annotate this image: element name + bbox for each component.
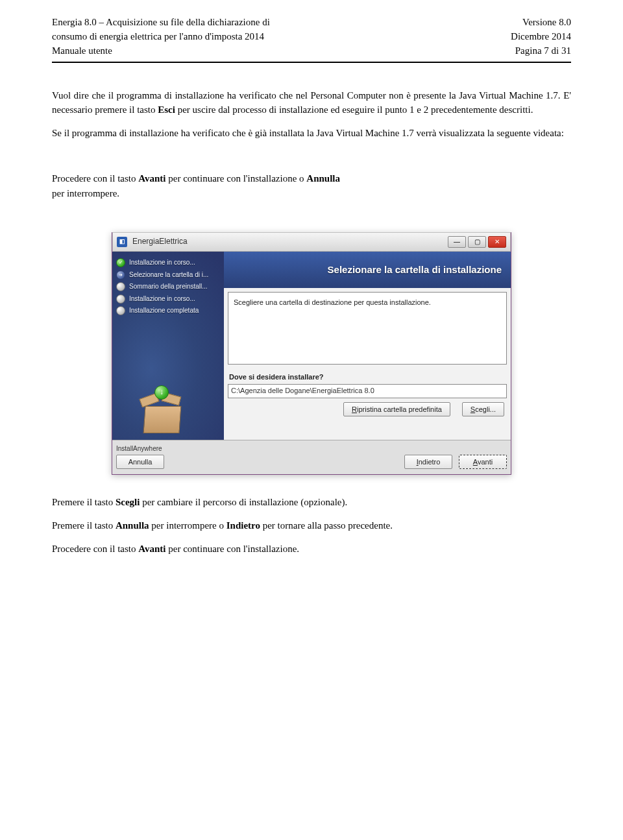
text: Procedere con il tasto xyxy=(52,173,138,184)
step-item: Installazione completata xyxy=(116,306,220,316)
step-item: Installazione in corso... xyxy=(116,258,220,268)
bold-annulla: Annulla xyxy=(306,173,340,184)
bold-scegli: Scegli xyxy=(116,497,140,507)
header-title-line1: Energia 8.0 – Acquisizione su file della… xyxy=(52,16,270,30)
app-icon: ◧ xyxy=(117,237,127,247)
step-label: Sommario della preinstall... xyxy=(129,282,208,292)
window-title: EnergiaElettrica xyxy=(132,236,188,247)
bold-annulla: Annulla xyxy=(116,520,149,531)
step-item: Installazione in corso... xyxy=(116,294,220,304)
choose-button[interactable]: Scegli... xyxy=(462,402,504,416)
text: per continuare con l'installazione. xyxy=(166,544,300,554)
restore-default-button[interactable]: Ripristina cartella predefinita xyxy=(343,402,450,416)
close-button[interactable]: ✕ xyxy=(488,236,506,248)
step-idle-icon xyxy=(116,294,125,304)
text: per interrompere o xyxy=(149,520,226,531)
text: per tornare alla passo precedente. xyxy=(260,520,393,531)
header-date: Dicembre 2014 xyxy=(511,30,571,44)
document-header: Energia 8.0 – Acquisizione su file della… xyxy=(52,16,571,58)
minimize-button[interactable]: — xyxy=(448,236,466,248)
cancel-button[interactable]: Annulla xyxy=(116,455,164,469)
header-version: Versione 8.0 xyxy=(511,16,571,30)
description-text: Scegliere una cartella di destinazione p… xyxy=(234,298,431,306)
description-panel: Scegliere una cartella di destinazione p… xyxy=(228,292,507,365)
text: per cambiare il percorso di installazion… xyxy=(140,497,347,507)
bold-avanti: Avanti xyxy=(138,544,165,554)
body-paragraphs-3: Premere il tasto Scegli per cambiare il … xyxy=(52,496,571,556)
paragraph-5: Premere il tasto Scegli per cambiare il … xyxy=(52,496,571,510)
paragraph-3: Procedere con il tasto Avanti per contin… xyxy=(52,172,571,186)
installer-window: ◧ EnergiaElettrica — ▢ ✕ Installazione i… xyxy=(112,232,511,475)
body-paragraphs-2: Procedere con il tasto Avanti per contin… xyxy=(52,172,571,202)
back-button[interactable]: Indietro xyxy=(404,455,452,469)
step-label: Installazione completata xyxy=(129,306,199,316)
paragraph-7: Procedere con il tasto Avanti per contin… xyxy=(52,542,571,557)
text: Premere il tasto xyxy=(52,497,116,507)
bold-indietro: Indietro xyxy=(226,520,260,531)
step-item: Selezionare la cartella di i... xyxy=(116,270,220,280)
paragraph-1: Vuol dire che il programma di installazi… xyxy=(52,89,571,117)
step-list: Installazione in corso... Selezionare la… xyxy=(112,252,224,322)
header-divider xyxy=(52,62,571,63)
paragraph-4: per interrompere. xyxy=(52,187,571,201)
installer-sidebar: Installazione in corso... Selezionare la… xyxy=(112,252,224,440)
step-idle-icon xyxy=(116,306,125,315)
maximize-button[interactable]: ▢ xyxy=(468,236,486,248)
text: per uscire dal processo di installazione… xyxy=(175,104,533,115)
text: Procedere con il tasto xyxy=(52,544,138,554)
step-label: Installazione in corso... xyxy=(129,258,195,268)
body-paragraphs-1: Vuol dire che il programma di installazi… xyxy=(52,89,571,140)
header-page: Pagina 7 di 31 xyxy=(511,44,571,58)
paragraph-6: Premere il tasto Annulla per interromper… xyxy=(52,519,571,533)
titlebar: ◧ EnergiaElettrica — ▢ ✕ xyxy=(112,232,511,252)
bold-esci: Esci xyxy=(158,104,175,115)
path-label: Dove si desidera installare? xyxy=(229,372,507,383)
package-icon: ↓ xyxy=(141,394,187,433)
banner: Selezionare la cartella di installazione xyxy=(224,252,511,288)
installanywhere-label: InstallAnywhere xyxy=(116,444,507,454)
step-label: Selezionare la cartella di i... xyxy=(129,270,208,280)
bold-avanti: Avanti xyxy=(138,173,165,184)
step-label: Installazione in corso... xyxy=(129,294,195,304)
header-title-line2: consumo di energia elettrica per l'anno … xyxy=(52,30,270,44)
banner-title: Selezionare la cartella di installazione xyxy=(328,263,502,277)
text: Premere il tasto xyxy=(52,520,116,531)
step-active-icon xyxy=(116,270,125,280)
paragraph-2: Se il programma di installazione ha veri… xyxy=(52,126,571,141)
step-item: Sommario della preinstall... xyxy=(116,282,220,292)
next-button[interactable]: Avanti xyxy=(459,455,507,469)
installer-footer: InstallAnywhere Annulla Indietro Avanti xyxy=(112,440,511,475)
text: per continuare con l'installazione o xyxy=(166,173,307,184)
step-done-icon xyxy=(116,258,125,267)
install-path-input[interactable]: C:\Agenzia delle Dogane\EnergiaElettrica… xyxy=(228,384,507,398)
step-idle-icon xyxy=(116,282,125,291)
header-title-line3: Manuale utente xyxy=(52,44,270,58)
